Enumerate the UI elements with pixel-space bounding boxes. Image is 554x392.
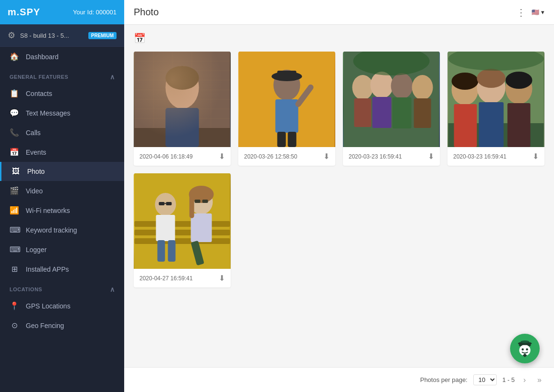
- sidebar-item-label: Logger: [26, 246, 47, 254]
- sidebar-item-contacts[interactable]: 📋 Contacts: [0, 84, 124, 103]
- user-id: Your Id: 000001: [73, 9, 117, 16]
- sidebar-item-geo-fencing[interactable]: ⊙ Geo Fencing: [0, 316, 124, 335]
- photo-meta-1: 2020-04-06 16:18:49 ⬇: [134, 147, 231, 166]
- sidebar-item-video[interactable]: 🎬 Video: [0, 181, 124, 201]
- svg-rect-24: [414, 98, 431, 128]
- svg-point-42: [155, 193, 176, 216]
- sidebar-item-label: Text Messages: [26, 109, 70, 117]
- app-logo: m.SPY: [8, 7, 40, 18]
- svg-rect-44: [159, 202, 165, 205]
- sidebar: m.SPY Your Id: 000001 ⚙ S8 - build 13 - …: [0, 0, 124, 392]
- svg-point-62: [521, 340, 529, 343]
- sidebar-item-text-messages[interactable]: 💬 Text Messages: [0, 103, 124, 123]
- svg-rect-48: [168, 240, 176, 262]
- svg-point-17: [352, 75, 373, 100]
- photo-image-1[interactable]: [134, 52, 231, 147]
- sidebar-item-label: Wi-Fi networks: [26, 207, 70, 214]
- photo-image-3[interactable]: [343, 52, 440, 147]
- device-name: S8 - build 13 - 5...: [20, 32, 84, 39]
- svg-rect-43: [156, 215, 175, 241]
- geo-fencing-icon: ⊙: [10, 321, 19, 330]
- last-page-button[interactable]: »: [534, 375, 544, 385]
- svg-point-59: [522, 349, 524, 351]
- svg-rect-20: [373, 97, 392, 128]
- flag-icon: 🇺🇸: [532, 9, 539, 16]
- svg-point-5: [166, 66, 199, 90]
- sidebar-item-installed-apps[interactable]: ⊞ Installed APPs: [0, 259, 124, 279]
- photo-card-4: 2020-03-23 16:59:41 ⬇: [447, 52, 544, 166]
- sidebar-item-wifi[interactable]: 📶 Wi-Fi networks: [0, 201, 124, 220]
- more-options-button[interactable]: ⋮: [516, 7, 526, 18]
- svg-rect-47: [158, 240, 165, 262]
- messages-icon: 💬: [10, 108, 19, 117]
- sidebar-item-logger[interactable]: ⌨ Logger: [0, 240, 124, 259]
- language-selector[interactable]: 🇺🇸 ▾: [532, 9, 544, 16]
- svg-rect-1: [135, 52, 230, 147]
- photo-card-3: 2020-03-23 16:59:41 ⬇: [343, 52, 440, 166]
- svg-point-19: [371, 72, 394, 98]
- svg-rect-15: [288, 132, 297, 147]
- svg-rect-53: [195, 200, 201, 203]
- general-features-label: GENERAL FEATURES ∧: [0, 66, 124, 84]
- svg-point-35: [477, 69, 506, 88]
- page-range: 1 - 5: [502, 376, 515, 383]
- svg-rect-18: [354, 98, 372, 127]
- svg-rect-29: [454, 104, 477, 147]
- calendar-filter-button[interactable]: 📅: [134, 32, 544, 44]
- chevron-up-icon: ∧: [110, 73, 115, 81]
- chatbot-fab-button[interactable]: [510, 334, 540, 363]
- download-button-1[interactable]: ⬇: [219, 152, 225, 161]
- svg-rect-10: [276, 99, 298, 133]
- sidebar-item-label: Video: [26, 187, 43, 195]
- pagination-bar: Photos per page: 10 20 50 1 - 5 › »: [124, 367, 554, 392]
- topbar-right: ⋮ 🇺🇸 ▾: [516, 7, 544, 18]
- sidebar-item-events[interactable]: 📅 Events: [0, 142, 124, 162]
- premium-badge: PREMIUM: [88, 32, 117, 39]
- svg-rect-33: [508, 103, 531, 147]
- svg-rect-40: [135, 230, 230, 235]
- svg-point-34: [452, 73, 479, 90]
- sidebar-item-label: Installed APPs: [26, 265, 69, 273]
- home-icon: 🏠: [10, 52, 19, 61]
- svg-rect-31: [479, 102, 504, 147]
- photo-meta-3: 2020-03-23 16:59:41 ⬇: [343, 147, 440, 166]
- svg-rect-39: [135, 221, 230, 227]
- photo-image-2[interactable]: [238, 52, 335, 147]
- svg-rect-2: [135, 128, 230, 147]
- photo-grid-row1: 2020-04-06 16:18:49 ⬇: [134, 52, 544, 166]
- svg-rect-54: [202, 200, 208, 203]
- svg-point-60: [526, 349, 528, 351]
- photo-image-4[interactable]: [447, 52, 544, 147]
- photo-content: 📅: [124, 25, 554, 367]
- sidebar-item-photo[interactable]: 🖼 Photo: [0, 162, 124, 181]
- download-button-3[interactable]: ⬇: [428, 152, 434, 161]
- photo-card-2: 2020-03-26 12:58:50 ⬇: [238, 52, 335, 166]
- svg-rect-45: [166, 202, 172, 205]
- svg-rect-41: [135, 238, 230, 244]
- svg-rect-50: [191, 213, 212, 242]
- sidebar-header: m.SPY Your Id: 000001: [0, 0, 124, 24]
- sidebar-item-keyword-tracking[interactable]: ⌨ Keyword tracking: [0, 220, 124, 240]
- sidebar-item-calls[interactable]: 📞 Calls: [0, 123, 124, 142]
- svg-rect-14: [277, 132, 286, 147]
- next-page-button[interactable]: ›: [521, 375, 529, 385]
- locations-label: LOCATIONS ∧: [0, 279, 124, 296]
- calls-icon: 📞: [10, 128, 19, 137]
- svg-rect-52: [190, 194, 194, 218]
- device-row[interactable]: ⚙ S8 - build 13 - 5... PREMIUM: [0, 24, 124, 47]
- video-icon: 🎬: [10, 186, 19, 195]
- sidebar-item-label: Geo Fencing: [26, 322, 64, 329]
- sidebar-item-gps[interactable]: 📍 GPS Locations: [0, 296, 124, 316]
- download-button-5[interactable]: ⬇: [219, 274, 225, 283]
- photo-timestamp-5: 2020-04-27 16:59:41: [139, 275, 192, 282]
- sidebar-item-dashboard[interactable]: 🏠 Dashboard: [0, 47, 124, 66]
- download-button-4[interactable]: ⬇: [533, 152, 539, 161]
- photo-meta-2: 2020-03-26 12:58:50 ⬇: [238, 147, 335, 166]
- sidebar-item-label: GPS Locations: [26, 302, 70, 310]
- photo-image-5[interactable]: [134, 173, 231, 269]
- per-page-select[interactable]: 10 20 50: [473, 374, 497, 385]
- sidebar-item-label: Photo: [27, 168, 45, 175]
- download-button-2[interactable]: ⬇: [323, 152, 330, 161]
- page-title: Photo: [134, 7, 159, 18]
- svg-point-23: [412, 75, 433, 100]
